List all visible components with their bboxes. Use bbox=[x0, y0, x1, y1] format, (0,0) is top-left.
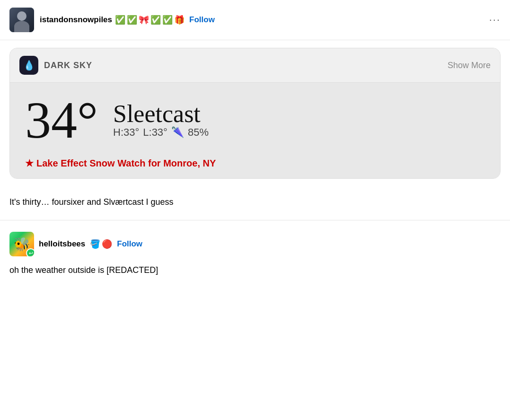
umbrella-icon: 🌂 bbox=[171, 126, 184, 139]
high-temp: H:33° bbox=[113, 126, 139, 139]
second-post: 🐝 ↩ helloitsbees 🪣 🔴 Follow oh the weath… bbox=[0, 224, 510, 286]
avatar bbox=[9, 8, 34, 32]
widget-title: DARK SKY bbox=[44, 61, 92, 70]
red-badge: 🔴 bbox=[102, 239, 112, 249]
divider bbox=[0, 220, 510, 220]
badge-check2: ✅ bbox=[127, 15, 137, 25]
badge-check1: ✅ bbox=[115, 15, 125, 25]
post1-text: It's thirty… foursixer and Slværtcast I … bbox=[0, 186, 510, 216]
weather-alert: ★ Lake Effect Snow Watch for Monroe, NY bbox=[25, 158, 216, 169]
weather-right: Sleetcast H:33° L:33° 🌂 85% bbox=[113, 94, 209, 139]
temperature-display: 34° bbox=[25, 94, 98, 146]
dark-sky-icon: 💧 bbox=[19, 56, 38, 75]
condition-text: Sleetcast bbox=[113, 100, 201, 127]
droplet-icon: 💧 bbox=[23, 60, 35, 71]
weather-content: 34° Sleetcast H:33° L:33° 🌂 85% ★ Lake E… bbox=[10, 83, 500, 178]
show-more-button[interactable]: Show More bbox=[448, 61, 491, 70]
weather-main-row: 34° Sleetcast H:33° L:33° 🌂 85% bbox=[25, 94, 485, 146]
precip-pct: 85% bbox=[188, 126, 209, 139]
follow-button[interactable]: Follow bbox=[189, 15, 215, 25]
star-icon: ★ bbox=[25, 158, 34, 169]
post1-header: istandonsnowpiles ✅ ✅ 🎀 ✅ ✅ 🎁 Follow ··· bbox=[0, 0, 510, 40]
second-follow-button[interactable]: Follow bbox=[117, 239, 142, 249]
widget-title-area: 💧 DARK SKY bbox=[19, 56, 92, 75]
dark-sky-widget: 💧 DARK SKY Show More 34° Sleetcast H:33°… bbox=[9, 48, 501, 179]
badge-check3: ✅ bbox=[150, 15, 161, 25]
username: istandonsnowpiles bbox=[40, 15, 112, 25]
avatar2: 🐝 ↩ bbox=[9, 232, 34, 256]
header-middle: istandonsnowpiles ✅ ✅ 🎀 ✅ ✅ 🎁 Follow bbox=[40, 15, 489, 25]
second-post-header: 🐝 ↩ helloitsbees 🪣 🔴 Follow bbox=[9, 232, 501, 256]
condition-wrapper: Sleetcast bbox=[113, 102, 209, 126]
low-temp: L:33° bbox=[143, 126, 167, 139]
second-username: helloitsbees bbox=[39, 239, 85, 249]
badge-gift: 🎁 bbox=[174, 15, 185, 25]
second-badges: 🪣 🔴 bbox=[90, 239, 112, 249]
weather-details: H:33° L:33° 🌂 85% bbox=[113, 126, 209, 139]
alert-text: Lake Effect Snow Watch for Monroe, NY bbox=[36, 158, 216, 169]
badge-ribbon: 🎀 bbox=[139, 15, 149, 25]
badges: ✅ ✅ 🎀 ✅ ✅ 🎁 bbox=[115, 15, 185, 25]
badge-check4: ✅ bbox=[162, 15, 173, 25]
online-badge: ↩ bbox=[26, 248, 34, 256]
more-options-button[interactable]: ··· bbox=[489, 14, 501, 26]
second-post-text: oh the weather outside is [REDACTED] bbox=[9, 264, 501, 286]
bucket-badge: 🪣 bbox=[90, 239, 100, 249]
widget-header: 💧 DARK SKY Show More bbox=[10, 48, 500, 83]
